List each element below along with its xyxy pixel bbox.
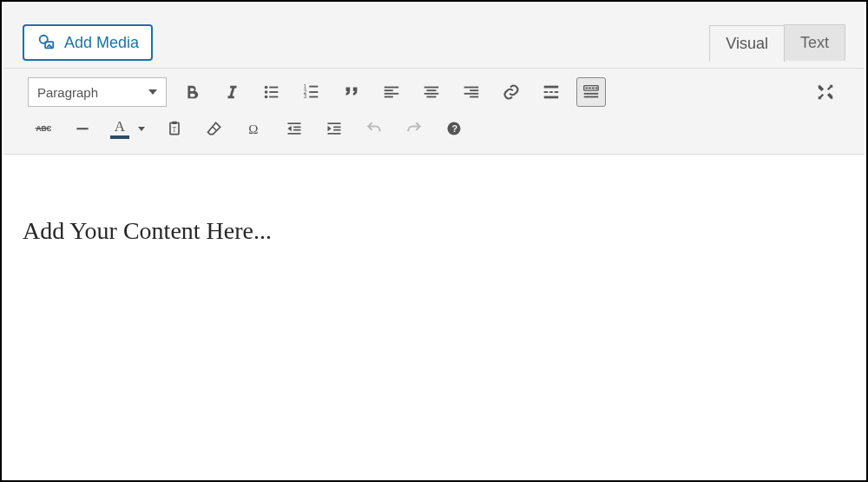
expand-icon: [816, 83, 835, 102]
chevron-down-icon: [138, 127, 145, 131]
paste-text-button[interactable]: T: [160, 114, 189, 143]
svg-rect-11: [309, 91, 318, 93]
bold-button[interactable]: [177, 77, 207, 107]
link-icon: [502, 83, 521, 102]
list-ol-icon: 123: [302, 83, 321, 102]
svg-point-6: [265, 96, 268, 99]
editor-content-area[interactable]: Add Your Content Here...: [3, 155, 865, 479]
svg-rect-47: [293, 129, 300, 131]
editor-tabs: Visual Text: [710, 24, 845, 61]
toolbar-row-2: ABC A T: [28, 110, 840, 147]
align-right-icon: [462, 83, 481, 102]
italic-button[interactable]: [217, 77, 247, 107]
svg-text:T: T: [173, 126, 177, 134]
media-icon: [36, 33, 56, 52]
svg-rect-14: [385, 87, 399, 89]
outdent-button[interactable]: [279, 114, 309, 143]
list-ul-icon: [262, 83, 281, 102]
clipboard-icon: T: [166, 120, 183, 137]
svg-text:3: 3: [304, 93, 307, 99]
eraser-icon: [206, 120, 223, 137]
svg-text:?: ?: [452, 123, 458, 134]
svg-rect-46: [293, 127, 300, 129]
redo-button[interactable]: [399, 114, 429, 143]
svg-rect-48: [288, 133, 301, 135]
align-left-button[interactable]: [377, 77, 406, 107]
strikethrough-button[interactable]: ABC: [28, 114, 57, 143]
quote-icon: [342, 83, 361, 102]
strikethrough-icon: ABC: [34, 120, 51, 137]
align-center-icon: [422, 83, 441, 102]
svg-point-4: [265, 90, 268, 94]
svg-rect-24: [464, 93, 479, 95]
svg-rect-22: [464, 87, 479, 89]
svg-rect-36: [584, 93, 599, 95]
fullscreen-button[interactable]: [811, 77, 840, 107]
svg-rect-15: [385, 89, 393, 91]
svg-rect-34: [592, 88, 595, 89]
format-select[interactable]: Paragraph: [28, 77, 167, 107]
svg-rect-26: [544, 86, 559, 89]
svg-rect-25: [470, 96, 478, 98]
svg-rect-27: [544, 91, 549, 93]
horizontal-rule-button[interactable]: [68, 114, 97, 143]
svg-text:Ω: Ω: [248, 122, 258, 136]
blockquote-button[interactable]: [337, 77, 366, 107]
text-color-button[interactable]: A: [108, 116, 132, 142]
read-more-button[interactable]: [536, 77, 566, 107]
svg-rect-9: [309, 86, 318, 88]
svg-rect-29: [555, 91, 559, 93]
help-icon: ?: [445, 120, 463, 137]
bulleted-list-button[interactable]: [257, 77, 286, 107]
special-character-button[interactable]: Ω: [240, 114, 269, 143]
tab-text[interactable]: Text: [784, 24, 845, 61]
chevron-down-icon: [148, 89, 157, 95]
text-color-picker: A: [108, 116, 149, 142]
clear-formatting-button[interactable]: [200, 114, 229, 143]
svg-rect-35: [595, 88, 598, 89]
undo-button[interactable]: [359, 114, 389, 143]
text-color-letter-icon: A: [115, 118, 125, 135]
text-color-dropdown[interactable]: [134, 116, 149, 142]
align-left-icon: [382, 83, 401, 102]
svg-rect-23: [470, 89, 478, 91]
outdent-icon: [286, 120, 303, 137]
svg-rect-17: [385, 96, 393, 98]
toolbar-toggle-button[interactable]: [576, 77, 606, 107]
svg-rect-50: [333, 127, 340, 129]
svg-rect-20: [424, 93, 439, 95]
read-more-icon: [542, 83, 561, 102]
editor-window: Add Media Visual Text Paragraph: [0, 0, 868, 482]
svg-rect-51: [333, 129, 340, 131]
format-select-label: Paragraph: [37, 85, 98, 100]
svg-rect-32: [586, 88, 589, 89]
align-right-button[interactable]: [457, 77, 486, 107]
numbered-list-button[interactable]: 123: [297, 77, 326, 107]
italic-icon: [222, 83, 241, 102]
undo-icon: [365, 120, 383, 137]
svg-rect-3: [269, 87, 278, 89]
add-media-label: Add Media: [64, 34, 139, 52]
svg-rect-33: [589, 88, 591, 89]
svg-rect-49: [328, 122, 341, 124]
editor-toolbar: Paragraph 123: [3, 69, 865, 155]
tab-visual[interactable]: Visual: [709, 25, 785, 62]
editor-text[interactable]: Add Your Content Here...: [23, 217, 851, 245]
help-button[interactable]: ?: [439, 114, 469, 143]
svg-rect-37: [584, 96, 599, 98]
omega-icon: Ω: [246, 120, 263, 137]
redo-icon: [405, 120, 423, 137]
indent-icon: [326, 120, 343, 137]
insert-link-button[interactable]: [496, 77, 526, 107]
add-media-button[interactable]: Add Media: [23, 24, 153, 61]
svg-rect-40: [76, 128, 88, 129]
indent-button[interactable]: [319, 114, 349, 143]
svg-rect-28: [549, 91, 553, 93]
svg-point-2: [265, 86, 268, 89]
text-color-bar: [110, 135, 129, 139]
align-center-button[interactable]: [417, 77, 446, 107]
minus-icon: [74, 120, 91, 137]
svg-rect-52: [328, 133, 341, 135]
toolbar-row-1: Paragraph 123: [28, 74, 840, 110]
svg-rect-42: [173, 122, 177, 124]
